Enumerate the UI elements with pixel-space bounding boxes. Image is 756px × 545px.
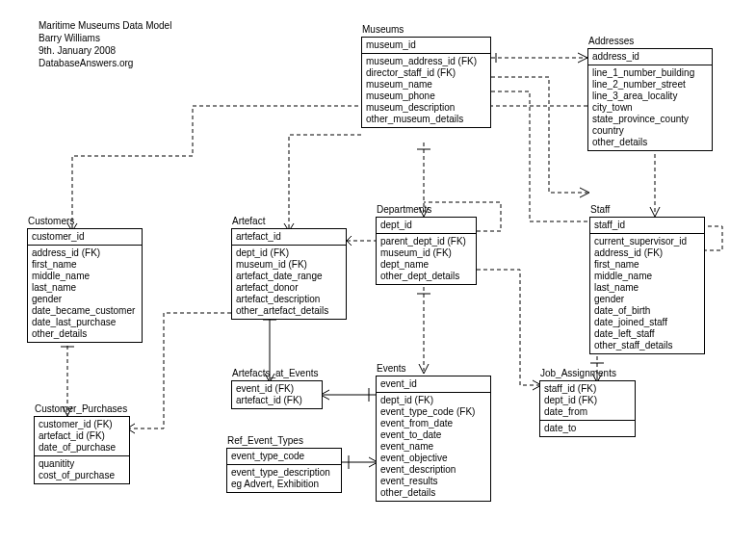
model-site: DatabaseAnswers.org <box>39 57 171 69</box>
entity-museums: Museums museum_id museum_address_id (FK)… <box>361 37 491 128</box>
entity-title: Customer_Purchases <box>35 403 127 414</box>
model-date: 9th. January 2008 <box>39 44 171 57</box>
entity-title: Addresses <box>588 36 634 46</box>
entity-departments: Departments dept_id parent_dept_id (FK) … <box>376 217 477 285</box>
entity-staff: Staff staff_id current_supervisor_id add… <box>589 217 705 354</box>
entity-customer-purchases: Customer_Purchases customer_id (FK) arte… <box>34 416 130 484</box>
entity-artefact: Artefact artefact_id dept_id (FK) museum… <box>231 228 347 320</box>
model-title: Maritime Museums Data Model <box>39 19 171 32</box>
entity-title: Customers <box>28 216 74 226</box>
entity-artefacts-at-events: Artefacts_at_Events event_id (FK) artefa… <box>231 380 323 409</box>
entity-addresses: Addresses address_id line_1_number_build… <box>587 48 713 151</box>
entity-title: Artefact <box>232 216 265 226</box>
entity-events: Events event_id dept_id (FK) event_type_… <box>376 376 491 502</box>
model-author: Barry Williams <box>39 32 171 44</box>
entity-title: Job_Assignments <box>540 368 616 378</box>
diagram-header: Maritime Museums Data Model Barry Willia… <box>39 19 171 69</box>
entity-customers: Customers customer_id address_id (FK) fi… <box>27 228 143 343</box>
entity-title: Ref_Event_Types <box>227 435 303 446</box>
entity-ref-event-types: Ref_Event_Types event_type_code event_ty… <box>226 448 342 493</box>
entity-title: Artefacts_at_Events <box>232 368 319 378</box>
entity-job-assignments: Job_Assignments staff_id (FK) dept_id (F… <box>539 380 636 437</box>
entity-title: Staff <box>590 204 610 215</box>
entity-title: Departments <box>377 204 431 215</box>
entity-title: Events <box>377 363 406 374</box>
entity-title: Museums <box>362 24 404 35</box>
pk-attr: museum_id <box>366 39 486 51</box>
